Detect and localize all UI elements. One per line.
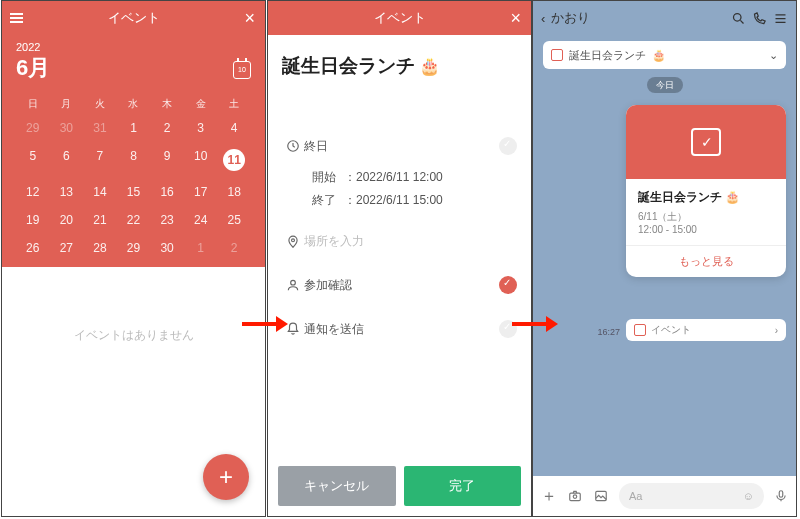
pin-icon [282, 234, 304, 250]
chat-header: ‹ かおり [533, 1, 796, 35]
dow-cell: 月 [50, 97, 84, 111]
header-title: イベント [374, 9, 426, 27]
event-header: イベント × [268, 1, 531, 35]
notify-row[interactable]: 通知を送信 [282, 312, 517, 346]
flow-arrow-icon [512, 318, 558, 330]
calendar-month: 6月 [16, 53, 50, 83]
plus-icon[interactable]: ＋ [541, 486, 557, 507]
calendar-day[interactable]: 28 [83, 241, 117, 255]
calendar-day[interactable]: 23 [150, 213, 184, 227]
calendar-day[interactable]: 30 [150, 241, 184, 255]
calendar-day[interactable]: 30 [50, 121, 84, 135]
calendar-day[interactable]: 8 [117, 149, 151, 171]
cake-icon: 🎂 [725, 190, 740, 204]
calendar-icon [634, 324, 646, 336]
calendar-day[interactable]: 14 [83, 185, 117, 199]
svg-point-2 [291, 280, 296, 285]
chevron-down-icon: ⌄ [769, 49, 778, 62]
done-button[interactable]: 完了 [404, 466, 522, 506]
calendar-year: 2022 [16, 41, 50, 53]
flow-arrow-icon [242, 318, 288, 330]
call-icon[interactable] [752, 11, 767, 26]
person-icon [282, 278, 304, 292]
camera-icon[interactable] [567, 489, 583, 503]
rsvp-toggle[interactable] [499, 276, 517, 294]
calendar-day[interactable]: 26 [16, 241, 50, 255]
gallery-icon[interactable] [593, 489, 609, 503]
calendar-day[interactable]: 9 [150, 149, 184, 171]
location-row[interactable]: 場所を入力 [282, 225, 517, 258]
empty-state-text: イベントはありません [2, 327, 265, 344]
calendar-day[interactable]: 3 [184, 121, 218, 135]
calendar-icon [551, 49, 563, 61]
calendar-grid: 2930311234567891011121314151617181920212… [16, 121, 251, 255]
event-card-date: 6/11（土） [638, 210, 774, 224]
calendar-day[interactable]: 29 [16, 121, 50, 135]
today-icon[interactable]: 10 [233, 61, 251, 79]
close-icon[interactable]: × [510, 8, 521, 29]
calendar-day[interactable]: 2 [217, 241, 251, 255]
message-timestamp: 16:27 [597, 327, 620, 337]
calendar-day[interactable]: 6 [50, 149, 84, 171]
calendar-day[interactable]: 10 [184, 149, 218, 171]
calendar-day[interactable]: 15 [117, 185, 151, 199]
calendar-day[interactable]: 1 [184, 241, 218, 255]
calendar-day[interactable]: 27 [50, 241, 84, 255]
allday-row[interactable]: 終日 [282, 129, 517, 163]
dow-cell: 日 [16, 97, 50, 111]
event-title[interactable]: 誕生日会ランチ 🎂 [282, 53, 517, 79]
event-banner[interactable]: 誕生日会ランチ 🎂 ⌄ [543, 41, 786, 69]
back-icon[interactable]: ‹ [541, 11, 545, 26]
cake-icon: 🎂 [652, 49, 666, 62]
event-card[interactable]: 誕生日会ランチ 🎂 6/11（土） 12:00 - 15:00 もっと見る [626, 105, 786, 277]
start-time-row[interactable]: 開始：2022/6/11 12:00 [282, 169, 517, 186]
calendar-day[interactable]: 17 [184, 185, 218, 199]
header-title: イベント [108, 9, 160, 27]
calendar-day[interactable]: 12 [16, 185, 50, 199]
cake-icon: 🎂 [419, 56, 440, 77]
calendar-day[interactable]: 29 [117, 241, 151, 255]
day-chip: 今日 [647, 77, 683, 93]
calendar-check-icon [691, 128, 721, 156]
event-card-header [626, 105, 786, 179]
allday-toggle[interactable] [499, 137, 517, 155]
calendar-day[interactable]: 11 [217, 149, 251, 171]
menu-icon[interactable] [10, 13, 23, 23]
event-card-title: 誕生日会ランチ 🎂 [638, 189, 774, 206]
calendar-day[interactable]: 22 [117, 213, 151, 227]
calendar-dow-row: 日月火水木金土 [16, 97, 251, 111]
chevron-right-icon: › [775, 325, 778, 336]
dow-cell: 火 [83, 97, 117, 111]
svg-point-1 [292, 238, 295, 241]
end-time-row[interactable]: 終了：2022/6/11 15:00 [282, 192, 517, 209]
svg-point-3 [734, 13, 742, 21]
menu-icon[interactable] [773, 11, 788, 26]
add-event-fab[interactable]: + [203, 454, 249, 500]
calendar-day[interactable]: 2 [150, 121, 184, 135]
calendar-day[interactable]: 24 [184, 213, 218, 227]
calendar-day[interactable]: 1 [117, 121, 151, 135]
search-icon[interactable] [731, 11, 746, 26]
svg-rect-4 [570, 493, 581, 501]
calendar-day[interactable]: 20 [50, 213, 84, 227]
mic-icon[interactable] [774, 488, 788, 504]
calendar-day[interactable]: 21 [83, 213, 117, 227]
calendar-day[interactable]: 16 [150, 185, 184, 199]
close-icon[interactable]: × [244, 8, 255, 29]
calendar-day[interactable]: 25 [217, 213, 251, 227]
emoji-icon[interactable]: ☺ [743, 490, 754, 502]
dow-cell: 金 [184, 97, 218, 111]
calendar-day[interactable]: 13 [50, 185, 84, 199]
calendar-day[interactable]: 18 [217, 185, 251, 199]
calendar-day[interactable]: 7 [83, 149, 117, 171]
rsvp-row[interactable]: 参加確認 [282, 268, 517, 302]
calendar-day[interactable]: 4 [217, 121, 251, 135]
cancel-button[interactable]: キャンセル [278, 466, 396, 506]
calendar-day[interactable]: 19 [16, 213, 50, 227]
event-mini-card[interactable]: イベント › [626, 319, 786, 341]
see-more-button[interactable]: もっと見る [626, 245, 786, 277]
dow-cell: 水 [117, 97, 151, 111]
message-input[interactable]: Aa ☺ [619, 483, 764, 509]
calendar-day[interactable]: 31 [83, 121, 117, 135]
calendar-day[interactable]: 5 [16, 149, 50, 171]
